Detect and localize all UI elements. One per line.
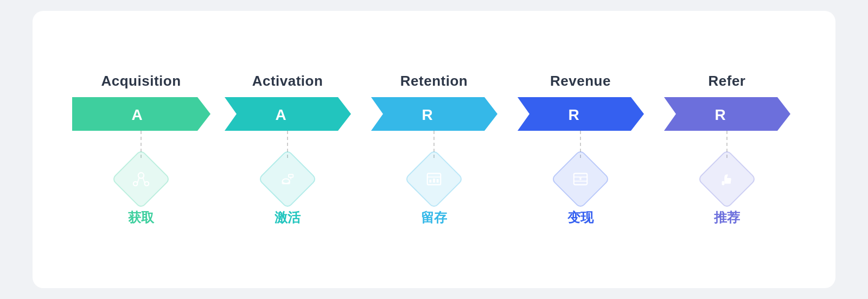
svg-text:¥: ¥ xyxy=(579,176,582,181)
funnel-label-revenue: Revenue xyxy=(550,73,611,90)
svg-line-6 xyxy=(143,177,144,182)
main-card: Acquisition A 获取 Activation A xyxy=(33,11,835,288)
arrow-activation: A xyxy=(213,97,351,131)
svg-text:A: A xyxy=(275,106,286,123)
arrow-revenue: R xyxy=(506,97,644,131)
funnel-label-activation: Activation xyxy=(252,73,323,90)
svg-text:R: R xyxy=(568,106,579,123)
diamond-acquisition xyxy=(111,149,171,209)
chinese-label-revenue: 变现 xyxy=(567,209,593,226)
svg-marker-22 xyxy=(518,97,644,131)
diamond-retention xyxy=(404,149,464,209)
arrow-retention: R xyxy=(359,97,497,131)
funnel-container: Acquisition A 获取 Activation A xyxy=(65,73,803,226)
funnel-item-acquisition: Acquisition A 获取 xyxy=(68,73,214,226)
svg-marker-15 xyxy=(371,97,497,131)
arrow-refer: R xyxy=(652,97,790,131)
svg-rect-21 xyxy=(437,179,439,183)
svg-rect-19 xyxy=(430,180,432,183)
chinese-label-activation: 激活 xyxy=(275,209,301,226)
funnel-label-acquisition: Acquisition xyxy=(101,73,181,90)
svg-marker-7 xyxy=(225,97,351,131)
funnel-label-retention: Retention xyxy=(400,73,468,90)
funnel-item-activation: Activation A 激活 xyxy=(214,73,361,226)
svg-text:R: R xyxy=(422,106,432,123)
svg-line-5 xyxy=(137,177,139,182)
svg-marker-28 xyxy=(664,97,790,131)
funnel-item-refer: Refer R 推荐 xyxy=(654,73,800,226)
svg-point-4 xyxy=(145,182,149,186)
svg-rect-30 xyxy=(722,181,725,186)
svg-rect-10 xyxy=(289,175,293,177)
diamond-activation xyxy=(258,149,317,209)
svg-point-9 xyxy=(283,179,290,184)
chinese-label-retention: 留存 xyxy=(421,209,447,226)
svg-text:A: A xyxy=(131,106,142,123)
chinese-label-acquisition: 获取 xyxy=(128,209,154,226)
diamond-revenue: ¥ xyxy=(551,149,610,209)
funnel-item-revenue: Revenue R ¥ 变现 xyxy=(507,73,654,226)
diamond-refer xyxy=(697,149,757,209)
funnel-item-retention: Retention R 留存 xyxy=(361,73,507,226)
svg-point-2 xyxy=(138,173,144,178)
svg-point-3 xyxy=(133,182,138,186)
svg-text:R: R xyxy=(714,106,725,123)
chinese-label-refer: 推荐 xyxy=(714,209,740,226)
svg-rect-20 xyxy=(433,179,435,183)
arrow-acquisition: A xyxy=(72,97,210,131)
funnel-label-refer: Refer xyxy=(709,73,746,90)
